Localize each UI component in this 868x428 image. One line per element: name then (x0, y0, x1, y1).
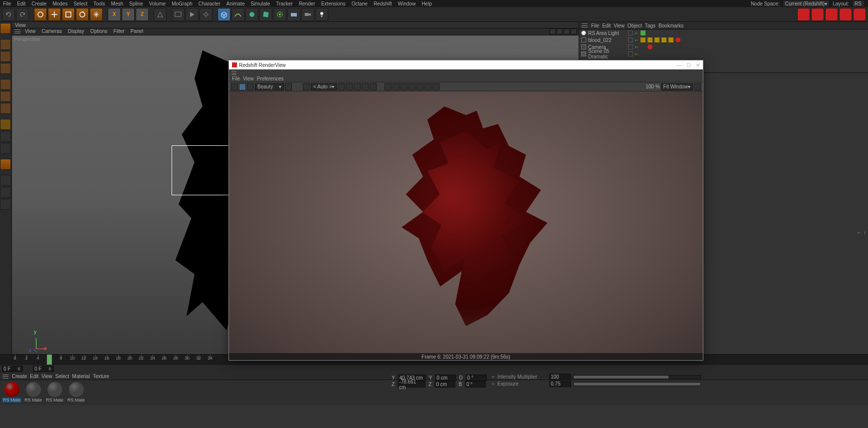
rv-refresh-button[interactable] (247, 83, 254, 90)
tag-icon[interactable] (641, 51, 646, 56)
render-view-button[interactable] (172, 8, 185, 21)
render-pv-button[interactable] (186, 8, 199, 21)
planar-workplane[interactable] (0, 187, 11, 198)
menu-modes[interactable]: Modes (49, 1, 70, 6)
timeline-end-field[interactable]: 0 F (33, 366, 54, 372)
mat-menu-icon[interactable] (2, 374, 9, 380)
axis-x-toggle[interactable]: X (108, 8, 121, 21)
rv-disp1-icon[interactable] (385, 83, 392, 90)
timeline-start-field[interactable]: 0 F (2, 366, 23, 372)
om-menu-object[interactable]: Object (628, 23, 642, 28)
rv-menu-preferences[interactable]: Preferences (257, 76, 284, 81)
menu-animate[interactable]: Animate (223, 1, 248, 6)
vp-move-icon[interactable] (550, 28, 556, 34)
add-deformer-button[interactable] (259, 8, 272, 21)
visibility-toggle[interactable] (628, 30, 633, 35)
nav-back-icon[interactable]: ← (857, 230, 862, 235)
move-tool[interactable] (48, 8, 61, 21)
tag-icon[interactable] (641, 37, 646, 42)
redshift-renderview-window[interactable]: Redshift RenderView — ☐ ✕ FileViewPrefer… (228, 60, 703, 361)
locked-workplane[interactable] (0, 175, 11, 186)
menu-spline[interactable]: Spline (126, 1, 146, 6)
material-item[interactable]: RS Mate (23, 382, 43, 403)
exposure-slider[interactable] (573, 382, 701, 386)
add-light-button[interactable] (315, 8, 328, 21)
rv-grid-icon[interactable] (346, 83, 353, 90)
om-menu-bookmarks[interactable]: Bookmarks (658, 23, 683, 28)
renderview-titlebar[interactable]: Redshift RenderView — ☐ ✕ (229, 60, 703, 69)
rotate-tool[interactable] (76, 8, 89, 21)
add-spline-button[interactable] (231, 8, 244, 21)
viewport-menu-icon[interactable] (14, 28, 21, 34)
intensity-slider[interactable] (573, 375, 701, 379)
menu-mograph[interactable]: MoGraph (169, 1, 196, 6)
rv-disp5-icon[interactable] (417, 83, 424, 90)
tag-icon[interactable] (641, 30, 646, 35)
mat-menu-material[interactable]: Material (72, 374, 90, 379)
redshift-icon-5[interactable] (853, 8, 866, 21)
add-generator-button[interactable] (245, 8, 258, 21)
rv-aov-icon[interactable] (285, 83, 292, 90)
rv-disp4-icon[interactable] (409, 83, 416, 90)
menu-tools[interactable]: Tools (90, 1, 108, 6)
visibility-toggle[interactable] (628, 37, 633, 42)
rv-disp6-icon[interactable] (425, 83, 432, 90)
add-cube-button[interactable] (217, 8, 230, 21)
viewport-tab[interactable]: View (12, 22, 579, 28)
menu-volume[interactable]: Volume (146, 1, 169, 6)
viewmenu-view[interactable]: View (23, 28, 38, 35)
material-item[interactable]: RS Mate (66, 382, 86, 403)
model-mode[interactable] (0, 23, 11, 34)
menu-edit[interactable]: Edit (14, 1, 28, 6)
rot-d-field[interactable]: 0 ° (466, 375, 487, 381)
size-z-field[interactable]: 0 cm (434, 381, 455, 388)
menu-character[interactable]: Character (196, 1, 223, 6)
axis-z-toggle[interactable]: Z (136, 8, 149, 21)
menu-octane[interactable]: Octane (349, 1, 371, 6)
render-dots[interactable] (635, 46, 639, 48)
om-menu-file[interactable]: File (591, 23, 599, 28)
material-item[interactable]: RS Mate (2, 382, 21, 403)
menu-window[interactable]: Window (395, 1, 419, 6)
rv-aov-dropdown[interactable]: Beauty▾ (255, 83, 284, 90)
lastused-tool[interactable] (90, 8, 103, 21)
undo-button[interactable] (2, 8, 15, 21)
material-item[interactable]: RS Mate (45, 382, 64, 403)
add-environment-button[interactable] (287, 8, 300, 21)
menu-file[interactable]: File (0, 1, 14, 6)
rv-snap2-icon[interactable] (362, 83, 369, 90)
om-item[interactable]: Scene 05 Dramatic (579, 50, 868, 57)
menu-extensions[interactable]: Extensions (318, 1, 349, 6)
menu-select[interactable]: Select (70, 1, 90, 6)
mat-menu-texture[interactable]: Texture (93, 374, 109, 379)
tag-icon[interactable] (654, 37, 659, 42)
pos-z-field[interactable]: -78.661 cm (398, 381, 426, 388)
redshift-icon-4[interactable] (839, 8, 852, 21)
add-camera-button[interactable] (301, 8, 314, 21)
axis-mode[interactable] (0, 119, 11, 130)
mat-menu-select[interactable]: Select (55, 374, 69, 379)
redshift-icon-3[interactable] (825, 8, 838, 21)
tag-icon[interactable] (668, 37, 673, 42)
object-mode[interactable] (0, 63, 11, 74)
playhead[interactable] (47, 355, 52, 365)
visibility-toggle[interactable] (628, 51, 633, 56)
window-minimize-button[interactable]: — (676, 62, 681, 68)
select-tool[interactable] (34, 8, 47, 21)
quantize-mode[interactable] (0, 199, 11, 210)
add-field-button[interactable] (273, 8, 286, 21)
redshift-icon-2[interactable] (811, 8, 824, 21)
coord-system-button[interactable] (154, 8, 167, 21)
viewmenu-filter[interactable]: Filter (111, 28, 126, 35)
menu-redshift[interactable]: Redshift (371, 1, 395, 6)
rv-snap3-icon[interactable] (370, 83, 377, 90)
render-settings-button[interactable] (200, 8, 213, 21)
tag-icon[interactable] (661, 37, 666, 42)
size-y-field[interactable]: 0 cm (435, 375, 456, 381)
vp-zoom-icon[interactable] (557, 28, 563, 34)
redo-button[interactable] (16, 8, 29, 21)
renderview-canvas[interactable]: Frame 6: 2021-03-31 09:09:22 (9m:56s) (229, 91, 703, 360)
render-dots[interactable] (635, 32, 639, 34)
visibility-toggle[interactable] (628, 44, 633, 49)
vp-rotate-icon[interactable] (564, 28, 570, 34)
